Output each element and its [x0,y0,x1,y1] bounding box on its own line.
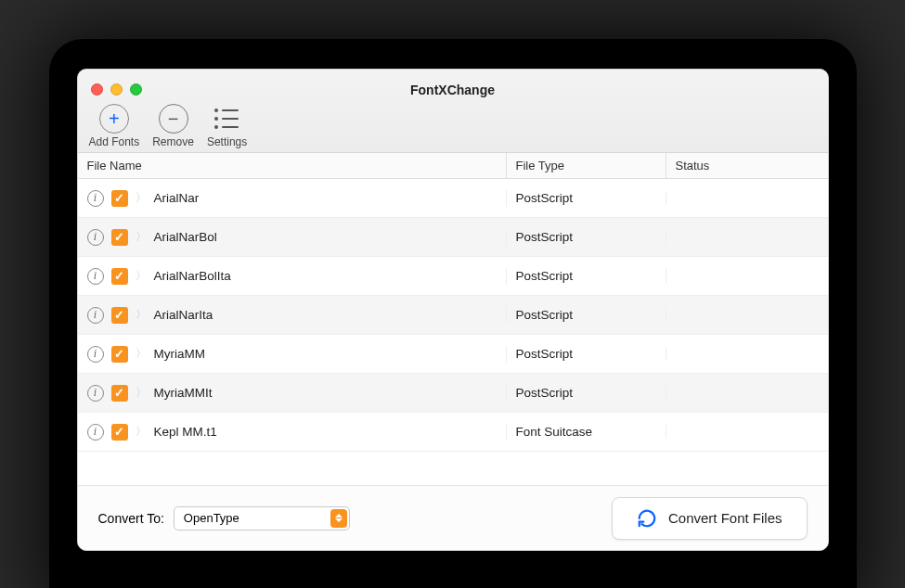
chevron-right-icon[interactable]: 〉 [136,229,147,245]
minus-icon: − [159,104,188,134]
table-row[interactable]: i✓〉ArialNarItaPostScript [78,296,828,335]
file-type: PostScript [507,191,666,205]
checkbox-icon[interactable]: ✓ [111,307,128,324]
toolbar: + Add Fonts − Remove Settings [89,104,248,148]
settings-label: Settings [207,135,247,148]
file-type: PostScript [507,347,666,361]
convert-button-label: Convert Font Files [668,510,782,526]
checkbox-icon[interactable]: ✓ [111,190,128,207]
refresh-icon [637,508,657,529]
checkbox-icon[interactable]: ✓ [111,424,128,441]
format-select-value: OpenType [184,511,239,525]
table-row[interactable]: i✓〉MyriaMMPostScript [78,335,828,374]
table-row[interactable]: i✓〉ArialNarBolItaPostScript [78,257,828,296]
checkbox-icon[interactable]: ✓ [111,346,128,363]
info-icon[interactable]: i [87,190,104,207]
file-name: MyriaMMIt [154,386,213,400]
file-name: ArialNarBol [154,230,217,244]
file-type: PostScript [507,230,666,244]
remove-label: Remove [152,135,194,148]
info-icon[interactable]: i [87,424,104,441]
add-fonts-label: Add Fonts [89,135,140,148]
add-fonts-button[interactable]: + Add Fonts [89,104,140,148]
chevron-right-icon[interactable]: 〉 [136,346,147,362]
checkbox-icon[interactable]: ✓ [111,268,128,285]
format-select[interactable]: OpenType [174,506,350,530]
table-row[interactable]: i✓〉ArialNarPostScript [78,179,828,218]
file-name: MyriaMM [154,347,206,361]
maximize-icon[interactable] [130,83,142,96]
info-icon[interactable]: i [87,268,104,285]
table-row[interactable]: i✓〉MyriaMMItPostScript [78,374,828,413]
convert-button[interactable]: Convert Font Files [612,497,808,540]
file-type: Font Suitcase [507,425,666,439]
device-frame: FontXChange + Add Fonts − Remove Set [49,39,857,588]
file-name: Kepl MM.t1 [154,425,217,439]
checkbox-icon[interactable]: ✓ [111,385,128,402]
file-name: ArialNar [154,191,200,205]
chevron-right-icon[interactable]: 〉 [136,307,147,323]
table-header: File Name File Type Status [78,153,828,179]
settings-icon [213,104,242,134]
file-type: PostScript [507,269,666,283]
settings-button[interactable]: Settings [207,104,247,148]
convert-to-group: Convert To: OpenType [98,506,350,530]
column-header-type[interactable]: File Type [507,153,666,178]
close-icon[interactable] [91,83,103,96]
titlebar: FontXChange + Add Fonts − Remove Set [78,70,828,153]
chevron-right-icon[interactable]: 〉 [136,268,147,284]
table-row[interactable]: i✓〉ArialNarBolPostScript [78,218,828,257]
file-name: ArialNarBolIta [154,269,231,283]
chevron-right-icon[interactable]: 〉 [136,190,147,206]
minimize-icon[interactable] [110,83,123,96]
file-type: PostScript [507,386,666,400]
window-title: FontXChange [78,70,828,97]
file-name: ArialNarIta [154,308,213,322]
chevron-updown-icon [330,509,347,528]
table-row[interactable]: i✓〉Kepl MM.t1Font Suitcase [78,413,828,452]
info-icon[interactable]: i [87,346,104,363]
info-icon[interactable]: i [87,307,104,324]
app-window: FontXChange + Add Fonts − Remove Set [77,69,829,551]
info-icon[interactable]: i [87,229,104,246]
footer: Convert To: OpenType Convert Font Files [78,485,828,550]
column-header-name[interactable]: File Name [78,153,507,178]
table-body: i✓〉ArialNarPostScripti✓〉ArialNarBolPostS… [78,179,828,485]
convert-to-label: Convert To: [98,511,164,526]
plus-icon: + [99,104,129,134]
chevron-right-icon[interactable]: 〉 [136,385,147,401]
column-header-status[interactable]: Status [666,153,828,178]
file-type: PostScript [507,308,666,322]
info-icon[interactable]: i [87,385,104,402]
checkbox-icon[interactable]: ✓ [111,229,128,246]
window-controls [91,83,142,96]
chevron-right-icon[interactable]: 〉 [136,424,147,440]
remove-button[interactable]: − Remove [152,104,194,148]
